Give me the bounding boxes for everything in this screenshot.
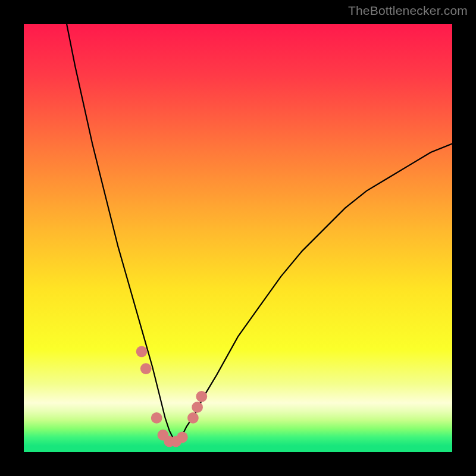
data-marker	[196, 391, 207, 402]
plot-area	[24, 24, 452, 452]
chart-container: TheBottlenecker.com	[0, 0, 476, 476]
data-marker	[192, 402, 203, 413]
data-marker	[187, 412, 199, 424]
data-marker	[136, 346, 148, 357]
bottleneck-curve	[24, 24, 452, 452]
data-marker	[140, 363, 152, 374]
data-marker	[177, 431, 188, 443]
attribution-text: TheBottlenecker.com	[348, 4, 468, 18]
data-marker	[151, 412, 162, 424]
